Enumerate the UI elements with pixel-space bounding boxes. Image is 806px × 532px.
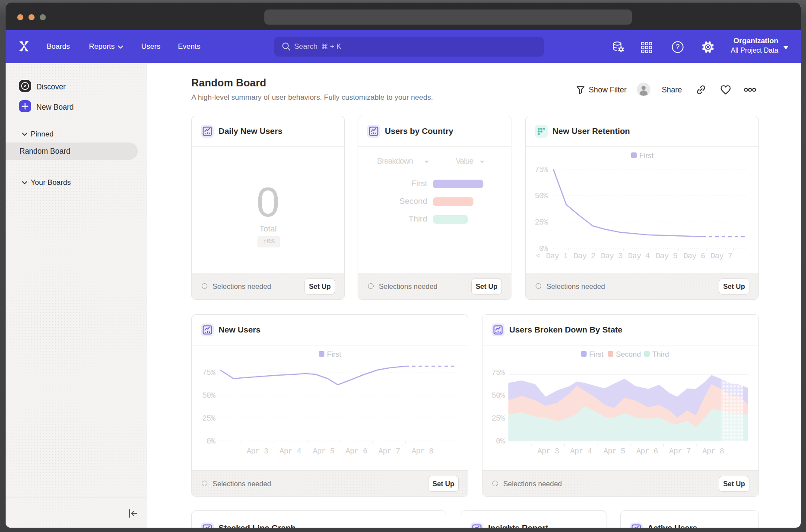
svg-text:?: ? [676,43,680,51]
